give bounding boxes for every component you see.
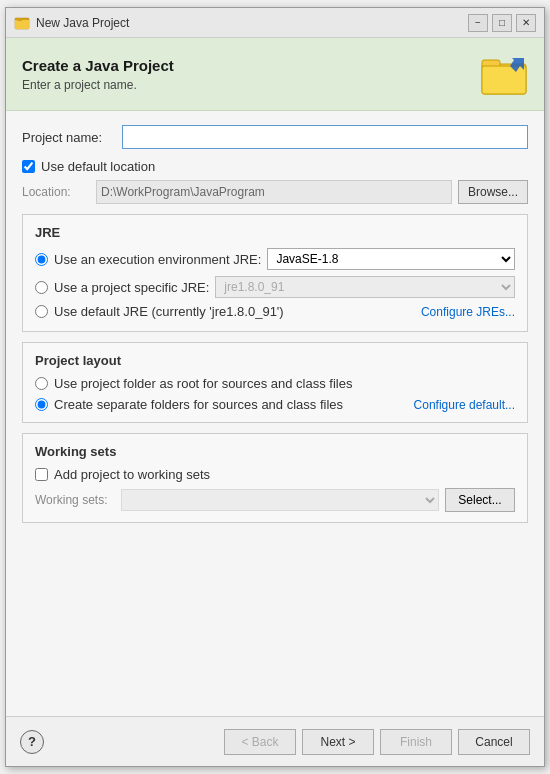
project-name-row: Project name: [22, 125, 528, 149]
jre-specific-dropdown[interactable]: jre1.8.0_91 [215, 276, 515, 298]
svg-rect-1 [15, 20, 29, 29]
folder-icon [480, 50, 528, 98]
jre-default-radio[interactable] [35, 305, 48, 318]
close-button[interactable]: ✕ [516, 14, 536, 32]
configure-default-link[interactable]: Configure default... [414, 398, 515, 412]
jre-env-label: Use an execution environment JRE: [54, 252, 261, 267]
window: New Java Project − □ ✕ Create a Java Pro… [5, 7, 545, 767]
browse-button[interactable]: Browse... [458, 180, 528, 204]
location-row: Location: Browse... [22, 180, 528, 204]
working-sets-row: Working sets: Select... [35, 488, 515, 512]
window-title: New Java Project [36, 16, 462, 30]
footer: ? < Back Next > Finish Cancel [6, 716, 544, 766]
svg-rect-5 [482, 66, 526, 94]
header-title: Create a Java Project [22, 57, 174, 74]
jre-specific-label: Use a project specific JRE: [54, 280, 209, 295]
next-button[interactable]: Next > [302, 729, 374, 755]
layout-folder-radio[interactable] [35, 377, 48, 390]
jre-section: JRE Use an execution environment JRE: Ja… [22, 214, 528, 332]
window-icon [14, 15, 30, 31]
layout-separate-radio[interactable] [35, 398, 48, 411]
window-controls: − □ ✕ [468, 14, 536, 32]
jre-env-dropdown-wrapper: JavaSE-1.8 JavaSE-11 JavaSE-17 [267, 248, 515, 270]
jre-specific-dropdown-wrapper: jre1.8.0_91 [215, 276, 515, 298]
jre-env-radio[interactable] [35, 253, 48, 266]
jre-specific-radio[interactable] [35, 281, 48, 294]
project-name-input[interactable] [122, 125, 528, 149]
add-working-set-label: Add project to working sets [54, 467, 210, 482]
finish-button[interactable]: Finish [380, 729, 452, 755]
footer-buttons: < Back Next > Finish Cancel [224, 729, 530, 755]
jre-env-dropdown[interactable]: JavaSE-1.8 JavaSE-11 JavaSE-17 [267, 248, 515, 270]
jre-option3-row: Use default JRE (currently 'jre1.8.0_91'… [35, 304, 515, 319]
jre-option3-inner: Use default JRE (currently 'jre1.8.0_91'… [35, 304, 284, 319]
layout-separate-label: Create separate folders for sources and … [54, 397, 343, 412]
default-location-row: Use default location [22, 159, 528, 174]
help-button[interactable]: ? [20, 730, 44, 754]
layout-folder-label: Use project folder as root for sources a… [54, 376, 352, 391]
add-working-set-checkbox[interactable] [35, 468, 48, 481]
project-layout-section: Project layout Use project folder as roo… [22, 342, 528, 423]
default-location-checkbox[interactable] [22, 160, 35, 173]
layout-option2-inner: Create separate folders for sources and … [35, 397, 343, 412]
location-label: Location: [22, 185, 90, 199]
project-name-label: Project name: [22, 130, 122, 145]
back-button[interactable]: < Back [224, 729, 296, 755]
configure-jres-link[interactable]: Configure JREs... [421, 305, 515, 319]
minimize-button[interactable]: − [468, 14, 488, 32]
location-input[interactable] [96, 180, 452, 204]
working-sets-section: Working sets Add project to working sets… [22, 433, 528, 523]
header-banner: Create a Java Project Enter a project na… [6, 38, 544, 111]
header-text: Create a Java Project Enter a project na… [22, 57, 174, 92]
working-sets-title: Working sets [35, 444, 515, 459]
working-sets-dropdown-wrapper [121, 489, 439, 511]
project-layout-title: Project layout [35, 353, 515, 368]
svg-rect-2 [17, 18, 22, 21]
header-subtitle: Enter a project name. [22, 78, 174, 92]
working-sets-label: Working sets: [35, 493, 115, 507]
layout-option2-row: Create separate folders for sources and … [35, 397, 515, 412]
working-sets-checkbox-row: Add project to working sets [35, 467, 515, 482]
titlebar: New Java Project − □ ✕ [6, 8, 544, 38]
cancel-button[interactable]: Cancel [458, 729, 530, 755]
jre-section-title: JRE [35, 225, 515, 240]
default-location-label: Use default location [41, 159, 155, 174]
jre-option1-row: Use an execution environment JRE: JavaSE… [35, 248, 515, 270]
content: Project name: Use default location Locat… [6, 111, 544, 716]
layout-option1-row: Use project folder as root for sources a… [35, 376, 515, 391]
working-sets-dropdown[interactable] [121, 489, 439, 511]
select-button[interactable]: Select... [445, 488, 515, 512]
jre-option2-row: Use a project specific JRE: jre1.8.0_91 [35, 276, 515, 298]
maximize-button[interactable]: □ [492, 14, 512, 32]
jre-default-label: Use default JRE (currently 'jre1.8.0_91'… [54, 304, 284, 319]
